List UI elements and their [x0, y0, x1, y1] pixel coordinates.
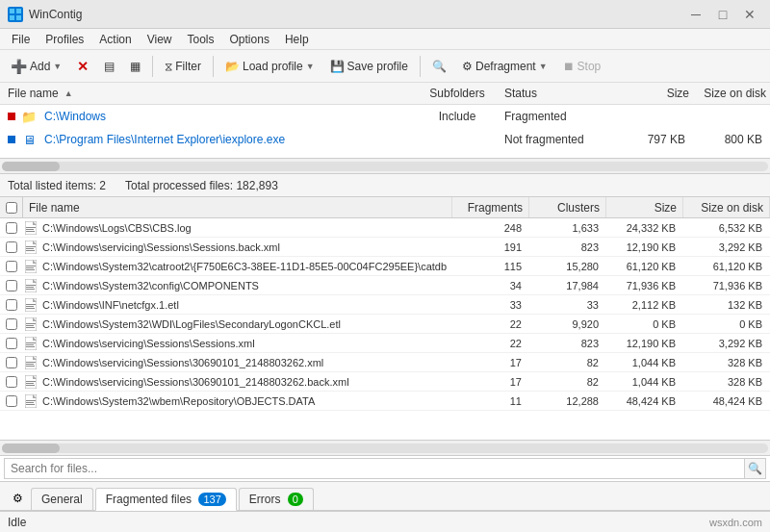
fragmented-count-badge: 137: [198, 493, 225, 506]
table-header: File name Fragments Clusters Size Size o…: [0, 197, 770, 218]
filter-icon: ⧖: [165, 60, 172, 73]
svg-rect-6: [26, 229, 34, 230]
header-subfolders[interactable]: Subfolders: [414, 85, 500, 102]
row-sizeondisk: 328 KB: [683, 357, 770, 368]
row-sizeondisk: 0 KB: [683, 318, 770, 330]
minimize-button[interactable]: ─: [683, 5, 708, 24]
row-checkbox[interactable]: [0, 280, 23, 291]
bottom-scrollbar[interactable]: [0, 440, 770, 455]
load-profile-label: Load profile: [243, 60, 303, 73]
header-filename[interactable]: File name ▲: [0, 85, 414, 102]
menu-action[interactable]: Action: [91, 31, 139, 48]
tab-errors-label: Errors: [249, 493, 281, 506]
table-row[interactable]: C:\Windows\System32\config\COMPONENTS 34…: [0, 276, 770, 295]
table-row[interactable]: C:\Windows\Logs\CBS\CBS.log 248 1,633 24…: [0, 218, 770, 238]
row-clusters: 82: [529, 357, 606, 368]
list-view-button[interactable]: ▤: [97, 54, 121, 79]
tab-fragmented-files[interactable]: Fragmented files 137: [95, 488, 237, 511]
red-indicator-icon: [8, 113, 15, 120]
table-row[interactable]: C:\Windows\INF\netcfgx.1.etl 33 33 2,112…: [0, 295, 770, 315]
svg-rect-38: [26, 383, 34, 384]
file-path-link[interactable]: C:\Program Files\Internet Explorer\iexpl…: [44, 133, 285, 146]
search-button[interactable]: 🔍: [745, 458, 766, 479]
save-profile-button[interactable]: 💾 Save profile: [323, 54, 415, 79]
footer-status: Idle: [8, 516, 26, 529]
file-subfolders: [414, 138, 500, 141]
th-size[interactable]: Size: [606, 197, 683, 217]
row-clusters: 823: [529, 338, 606, 349]
defragment-button[interactable]: ⚙ Defragment ▼: [455, 54, 554, 79]
window-controls[interactable]: ─ □ ✕: [683, 5, 762, 24]
svg-rect-21: [26, 304, 36, 305]
row-checkbox[interactable]: [0, 261, 23, 272]
search-input[interactable]: [4, 458, 745, 479]
grid-view-button[interactable]: ▦: [123, 54, 147, 79]
select-all-checkbox[interactable]: [6, 202, 17, 214]
th-filename[interactable]: File name: [23, 197, 452, 217]
close-button[interactable]: ✕: [737, 5, 762, 24]
row-filename: C:\Windows\Logs\CBS\CBS.log: [38, 222, 452, 234]
add-button[interactable]: ➕ Add ▼: [4, 54, 68, 79]
th-clusters[interactable]: Clusters: [529, 197, 606, 217]
table-row[interactable]: C:\Windows\System32\WDI\LogFiles\Seconda…: [0, 315, 770, 334]
load-profile-button[interactable]: 📂 Load profile ▼: [218, 54, 321, 79]
table-row[interactable]: C:\Windows\servicing\Sessions\30690101_2…: [0, 353, 770, 372]
defragment-label: Defragment: [475, 60, 536, 73]
top-list-header: File name ▲ Subfolders Status Size Size …: [0, 83, 770, 105]
restore-button[interactable]: □: [710, 5, 735, 24]
table-body[interactable]: C:\Windows\Logs\CBS\CBS.log 248 1,633 24…: [0, 218, 770, 440]
row-checkbox[interactable]: [0, 357, 23, 368]
menu-help[interactable]: Help: [277, 31, 317, 48]
table-row[interactable]: C:\Windows\servicing\Sessions\Sessions.b…: [0, 238, 770, 257]
tab-errors[interactable]: Errors 0: [239, 488, 314, 510]
file-path-link[interactable]: C:\Windows: [44, 110, 106, 123]
th-sizeondisk[interactable]: Size on disk: [683, 197, 770, 217]
row-checkbox[interactable]: [0, 222, 23, 234]
analyze-button[interactable]: 🔍: [425, 54, 453, 79]
top-scrollbar[interactable]: [0, 159, 770, 174]
menu-file[interactable]: File: [4, 31, 38, 48]
list-item[interactable]: 📁 C:\Windows Include Fragmented: [0, 105, 770, 128]
menu-view[interactable]: View: [140, 31, 180, 48]
top-file-list: 📁 C:\Windows Include Fragmented 🖥 C:\Pro…: [0, 105, 770, 159]
file-type-icon: [23, 241, 38, 254]
row-checkbox[interactable]: [0, 338, 23, 349]
scroll-track[interactable]: [2, 162, 768, 171]
menu-profiles[interactable]: Profiles: [38, 31, 91, 48]
row-checkbox[interactable]: [0, 395, 23, 407]
row-fragments: 248: [452, 222, 529, 234]
menu-options[interactable]: Options: [222, 31, 277, 48]
tab-settings-gear[interactable]: ⚙: [4, 487, 31, 510]
row-checkbox[interactable]: [0, 318, 23, 330]
list-item[interactable]: 🖥 C:\Program Files\Internet Explorer\iex…: [0, 128, 770, 151]
filter-button[interactable]: ⧖ Filter: [158, 54, 208, 79]
tab-general[interactable]: General: [31, 488, 93, 510]
stop-label: Stop: [578, 60, 602, 73]
remove-button[interactable]: ✕: [70, 54, 95, 79]
stop-button[interactable]: ⏹ Stop: [556, 54, 608, 79]
header-size[interactable]: Size: [616, 85, 693, 102]
file-type-icon: [23, 298, 38, 312]
menu-tools[interactable]: Tools: [180, 31, 222, 48]
row-checkbox[interactable]: [0, 376, 23, 388]
scroll-thumb-bottom[interactable]: [2, 443, 60, 453]
row-checkbox[interactable]: [0, 241, 23, 253]
save-profile-icon: 💾: [330, 60, 345, 73]
header-checkbox[interactable]: [0, 197, 23, 217]
table-row[interactable]: C:\Windows\System32\catroot2\{F750E6C3-3…: [0, 257, 770, 276]
row-checkbox[interactable]: [0, 299, 23, 311]
table-row[interactable]: C:\Windows\System32\wbem\Repository\OBJE…: [0, 392, 770, 411]
table-row[interactable]: C:\Windows\servicing\Sessions\Sessions.x…: [0, 334, 770, 353]
table-row[interactable]: C:\Windows\servicing\Sessions\30690101_2…: [0, 372, 770, 392]
file-status: Fragmented: [500, 108, 616, 125]
scroll-track-bottom[interactable]: [2, 443, 768, 453]
svg-rect-1: [16, 9, 21, 13]
scroll-thumb[interactable]: [2, 162, 60, 171]
header-status[interactable]: Status: [500, 85, 616, 102]
header-size-disk[interactable]: Size on disk: [693, 85, 770, 102]
th-fragments[interactable]: Fragments: [452, 197, 529, 217]
row-size: 71,936 KB: [606, 280, 683, 291]
row-filename: C:\Windows\System32\WDI\LogFiles\Seconda…: [38, 318, 452, 330]
row-clusters: 17,984: [529, 280, 606, 291]
svg-rect-30: [26, 344, 34, 345]
